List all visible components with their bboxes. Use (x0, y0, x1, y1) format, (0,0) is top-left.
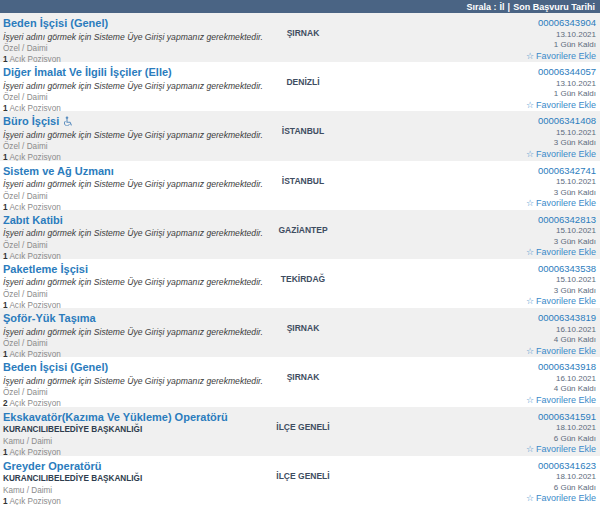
last-apply-date: 15.10.2021 (363, 226, 596, 235)
sort-by-province[interactable]: İl (500, 2, 505, 12)
job-number-link[interactable]: 00006342741 (363, 165, 596, 176)
job-list: Beden İşçisi (Genel) İşyeri adını görmek… (0, 13, 600, 505)
add-favorite-link[interactable]: ☆Favorilere Ekle (363, 198, 596, 208)
star-icon: ☆ (526, 346, 534, 356)
add-favorite-label: Favorilere Ekle (536, 100, 596, 110)
last-apply-date: 16.10.2021 (363, 374, 596, 383)
job-number-link[interactable]: 00006343918 (363, 361, 596, 372)
add-favorite-link[interactable]: ☆Favorilere Ekle (363, 444, 596, 454)
star-icon: ☆ (526, 247, 534, 257)
job-title-link[interactable]: Paketleme İşçisi (3, 263, 88, 275)
job-title-link[interactable]: Beden İşçisi (Genel) (3, 361, 108, 373)
accessibility-icon (63, 116, 73, 126)
open-position-count: 2 (3, 399, 8, 406)
open-position-label: Açık Pozisyon (9, 350, 60, 357)
job-type: Özel / Daimi (3, 290, 243, 299)
job-city: İSTANBUL (243, 165, 363, 210)
last-apply-date: 18.10.2021 (363, 472, 596, 481)
job-title-link[interactable]: Diğer İmalat Ve İlgili İşçiler (Elle) (3, 66, 172, 78)
job-number-link[interactable]: 00006343819 (363, 312, 596, 323)
add-favorite-link[interactable]: ☆Favorilere Ekle (363, 247, 596, 257)
job-title-link[interactable]: Beden İşçisi (Genel) (3, 17, 108, 29)
job-number-link[interactable]: 00006344057 (363, 66, 596, 77)
days-left-badge: 4 Gün Kaldı (363, 384, 596, 393)
job-city: GAZİANTEP (243, 214, 363, 259)
add-favorite-link[interactable]: ☆Favorilere Ekle (363, 395, 596, 405)
star-icon: ☆ (526, 444, 534, 454)
last-apply-date: 15.10.2021 (363, 177, 596, 186)
star-icon: ☆ (526, 493, 534, 503)
job-number-link[interactable]: 00006343538 (363, 263, 596, 274)
add-favorite-link[interactable]: ☆Favorilere Ekle (363, 149, 596, 159)
job-type: Kamu / Daimi (3, 486, 243, 495)
employer-name: KURANCILIBELEDİYE BAŞKANLIĞI (3, 425, 243, 434)
days-left-badge: 6 Gün Kaldı (363, 483, 596, 492)
sort-separator: | (508, 2, 511, 12)
employer-hidden-notice: İşyeri adını görmek için Sisteme Üye Gir… (3, 228, 243, 238)
job-number-link[interactable]: 00006343904 (363, 17, 596, 28)
employer-hidden-notice: İşyeri adını görmek için Sisteme Üye Gir… (3, 130, 243, 140)
job-row: Zabıt Katibi İşyeri adını görmek için Si… (0, 210, 600, 259)
open-position-label: Açık Pozisyon (9, 399, 60, 406)
add-favorite-link[interactable]: ☆Favorilere Ekle (363, 296, 596, 306)
open-positions: 2 Açık Pozisyon (3, 399, 243, 406)
job-title-link[interactable]: Ekskavatör(Kazıma Ve Yükleme) Operatörü (3, 411, 228, 423)
job-row: Büro İşçisi İşyeri adını görmek için Sis… (0, 111, 600, 160)
days-left-badge: 4 Gün Kaldı (363, 335, 596, 344)
last-apply-date: 15.10.2021 (363, 128, 596, 137)
job-number-link[interactable]: 00006341623 (363, 460, 596, 471)
job-number-link[interactable]: 00006341408 (363, 115, 596, 126)
employer-hidden-notice: İşyeri adını görmek için Sisteme Üye Gir… (3, 81, 243, 91)
sort-bar: Sırala : İl | Son Başvuru Tarihi (0, 0, 600, 13)
job-city: ŞIRNAK (243, 312, 363, 357)
days-left-badge: 3 Gün Kaldı (363, 188, 596, 197)
job-title-link[interactable]: Greyder Operatörü (3, 460, 101, 472)
star-icon: ☆ (526, 395, 534, 405)
sort-by-deadline[interactable]: Son Başvuru Tarihi (513, 2, 595, 12)
days-left-badge: 3 Gün Kaldı (363, 138, 596, 147)
open-positions: 1 Açık Pozisyon (3, 153, 243, 160)
last-apply-date: 15.10.2021 (363, 275, 596, 284)
job-title-link[interactable]: Büro İşçisi (3, 115, 59, 127)
job-row: Ekskavatör(Kazıma Ve Yükleme) Operatörü … (0, 407, 600, 456)
job-row: Diğer İmalat Ve İlgili İşçiler (Elle) İş… (0, 62, 600, 111)
add-favorite-label: Favorilere Ekle (536, 198, 596, 208)
add-favorite-label: Favorilere Ekle (536, 395, 596, 405)
add-favorite-link[interactable]: ☆Favorilere Ekle (363, 346, 596, 356)
sort-label: Sırala : (467, 2, 497, 12)
open-position-count: 1 (3, 153, 8, 160)
add-favorite-link[interactable]: ☆Favorilere Ekle (363, 100, 596, 110)
job-city: ŞIRNAK (243, 17, 363, 62)
star-icon: ☆ (526, 296, 534, 306)
days-left-badge: 3 Gün Kaldı (363, 286, 596, 295)
job-number-link[interactable]: 00006341591 (363, 411, 596, 422)
days-left-badge: 1 Gün Kaldı (363, 40, 596, 49)
job-type: Kamu / Daimi (3, 437, 243, 446)
add-favorite-link[interactable]: ☆Favorilere Ekle (363, 493, 596, 503)
job-row: Paketleme İşçisi İşyeri adını görmek içi… (0, 259, 600, 308)
open-positions: 1 Açık Pozisyon (3, 497, 243, 505)
job-title-link[interactable]: Şoför-Yük Taşıma (3, 312, 96, 324)
job-title-link[interactable]: Zabıt Katibi (3, 214, 63, 226)
employer-hidden-notice: İşyeri adını görmek için Sisteme Üye Gir… (3, 327, 243, 337)
job-city: TEKİRDAĞ (243, 263, 363, 308)
add-favorite-label: Favorilere Ekle (536, 51, 596, 61)
add-favorite-label: Favorilere Ekle (536, 296, 596, 306)
open-position-count: 1 (3, 350, 8, 357)
job-type: Özel / Daimi (3, 192, 243, 201)
open-positions: 1 Açık Pozisyon (3, 350, 243, 357)
employer-hidden-notice: İşyeri adını görmek için Sisteme Üye Gir… (3, 179, 243, 189)
open-position-count: 1 (3, 448, 8, 456)
add-favorite-label: Favorilere Ekle (536, 247, 596, 257)
days-left-badge: 6 Gün Kaldı (363, 434, 596, 443)
job-title-link[interactable]: Sistem ve Ağ Uzmanı (3, 165, 114, 177)
job-city: İLÇE GENELİ (243, 411, 363, 456)
open-positions: 1 Açık Pozisyon (3, 301, 243, 308)
job-type: Özel / Daimi (3, 142, 243, 151)
open-position-label: Açık Pozisyon (9, 203, 60, 210)
add-favorite-label: Favorilere Ekle (536, 346, 596, 356)
last-apply-date: 13.10.2021 (363, 30, 596, 39)
job-city: İSTANBUL (243, 115, 363, 160)
job-number-link[interactable]: 00006342813 (363, 214, 596, 225)
add-favorite-link[interactable]: ☆Favorilere Ekle (363, 51, 596, 61)
